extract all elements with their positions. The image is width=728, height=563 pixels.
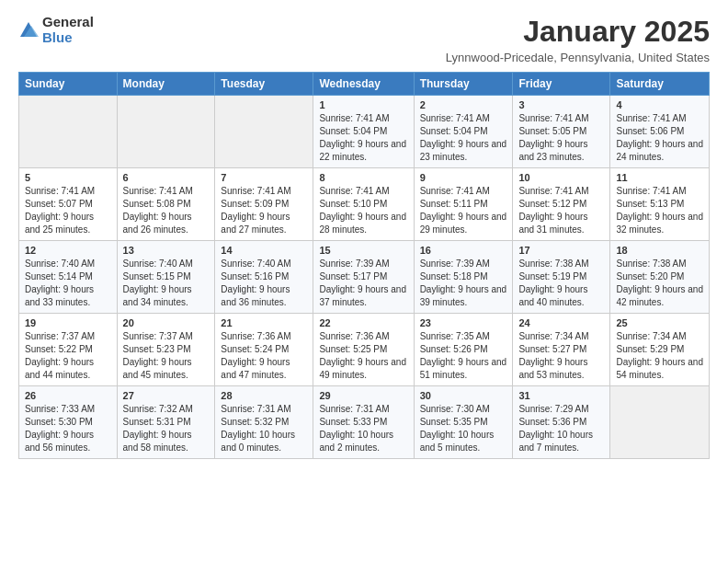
day-number: 8 <box>319 172 407 183</box>
day-number: 28 <box>221 390 307 401</box>
day-info: Sunrise: 7:29 AM Sunset: 5:36 PM Dayligh… <box>518 403 604 454</box>
day-info: Sunrise: 7:39 AM Sunset: 5:18 PM Dayligh… <box>420 258 507 309</box>
day-number: 29 <box>319 390 407 401</box>
day-cell: 10Sunrise: 7:41 AM Sunset: 5:12 PM Dayli… <box>513 168 610 241</box>
day-number: 25 <box>616 317 703 328</box>
day-cell: 24Sunrise: 7:34 AM Sunset: 5:27 PM Dayli… <box>513 314 610 386</box>
day-header-sunday: Sunday <box>19 73 118 96</box>
day-number: 10 <box>518 172 604 183</box>
day-number: 15 <box>319 245 407 256</box>
day-cell: 7Sunrise: 7:41 AM Sunset: 5:09 PM Daylig… <box>215 168 313 241</box>
day-info: Sunrise: 7:41 AM Sunset: 5:07 PM Dayligh… <box>25 185 111 236</box>
day-cell: 13Sunrise: 7:40 AM Sunset: 5:15 PM Dayli… <box>117 241 215 314</box>
day-info: Sunrise: 7:37 AM Sunset: 5:22 PM Dayligh… <box>25 330 111 382</box>
day-cell: 28Sunrise: 7:31 AM Sunset: 5:32 PM Dayli… <box>215 386 313 459</box>
day-cell: 20Sunrise: 7:37 AM Sunset: 5:23 PM Dayli… <box>117 314 215 386</box>
day-cell: 1Sunrise: 7:41 AM Sunset: 5:04 PM Daylig… <box>313 96 414 168</box>
day-cell: 18Sunrise: 7:38 AM Sunset: 5:20 PM Dayli… <box>610 241 710 314</box>
day-cell: 14Sunrise: 7:40 AM Sunset: 5:16 PM Dayli… <box>215 241 313 314</box>
logo-blue: Blue <box>42 30 94 46</box>
day-info: Sunrise: 7:38 AM Sunset: 5:20 PM Dayligh… <box>616 258 703 309</box>
day-number: 26 <box>25 390 111 401</box>
week-row-3: 12Sunrise: 7:40 AM Sunset: 5:14 PM Dayli… <box>19 241 710 314</box>
day-number: 13 <box>123 245 210 256</box>
day-number: 30 <box>420 390 507 401</box>
day-cell: 2Sunrise: 7:41 AM Sunset: 5:04 PM Daylig… <box>414 96 513 168</box>
day-header-wednesday: Wednesday <box>313 73 414 96</box>
day-info: Sunrise: 7:31 AM Sunset: 5:33 PM Dayligh… <box>319 403 407 454</box>
day-info: Sunrise: 7:37 AM Sunset: 5:23 PM Dayligh… <box>123 330 210 382</box>
week-row-4: 19Sunrise: 7:37 AM Sunset: 5:22 PM Dayli… <box>19 314 710 386</box>
day-number: 3 <box>518 99 604 110</box>
day-cell: 15Sunrise: 7:39 AM Sunset: 5:17 PM Dayli… <box>313 241 414 314</box>
logo-general: General <box>42 15 94 30</box>
day-number: 16 <box>420 245 507 256</box>
day-number: 18 <box>616 245 703 256</box>
day-cell: 30Sunrise: 7:30 AM Sunset: 5:35 PM Dayli… <box>414 386 513 459</box>
day-info: Sunrise: 7:40 AM Sunset: 5:16 PM Dayligh… <box>221 258 307 309</box>
day-cell: 5Sunrise: 7:41 AM Sunset: 5:07 PM Daylig… <box>19 168 118 241</box>
day-info: Sunrise: 7:38 AM Sunset: 5:19 PM Dayligh… <box>518 258 604 309</box>
day-cell: 31Sunrise: 7:29 AM Sunset: 5:36 PM Dayli… <box>513 386 610 459</box>
day-info: Sunrise: 7:41 AM Sunset: 5:13 PM Dayligh… <box>616 185 703 236</box>
day-number: 11 <box>616 172 703 183</box>
day-info: Sunrise: 7:41 AM Sunset: 5:06 PM Dayligh… <box>616 112 703 164</box>
logo-icon <box>18 20 39 40</box>
day-cell: 22Sunrise: 7:36 AM Sunset: 5:25 PM Dayli… <box>313 314 414 386</box>
day-number: 1 <box>319 99 407 110</box>
day-cell: 6Sunrise: 7:41 AM Sunset: 5:08 PM Daylig… <box>117 168 215 241</box>
day-info: Sunrise: 7:41 AM Sunset: 5:05 PM Dayligh… <box>518 112 604 164</box>
day-info: Sunrise: 7:41 AM Sunset: 5:04 PM Dayligh… <box>319 112 407 164</box>
location: Lynnwood-Pricedale, Pennsylvania, United… <box>446 51 710 64</box>
day-info: Sunrise: 7:40 AM Sunset: 5:15 PM Dayligh… <box>123 258 210 309</box>
day-cell: 27Sunrise: 7:32 AM Sunset: 5:31 PM Dayli… <box>117 386 215 459</box>
day-info: Sunrise: 7:34 AM Sunset: 5:27 PM Dayligh… <box>518 330 604 382</box>
day-cell: 29Sunrise: 7:31 AM Sunset: 5:33 PM Dayli… <box>313 386 414 459</box>
day-cell: 16Sunrise: 7:39 AM Sunset: 5:18 PM Dayli… <box>414 241 513 314</box>
day-info: Sunrise: 7:41 AM Sunset: 5:10 PM Dayligh… <box>319 185 407 236</box>
day-header-tuesday: Tuesday <box>215 73 313 96</box>
day-cell: 12Sunrise: 7:40 AM Sunset: 5:14 PM Dayli… <box>19 241 118 314</box>
day-number: 9 <box>420 172 507 183</box>
week-row-2: 5Sunrise: 7:41 AM Sunset: 5:07 PM Daylig… <box>19 168 710 241</box>
day-info: Sunrise: 7:41 AM Sunset: 5:04 PM Dayligh… <box>420 112 507 164</box>
day-number: 31 <box>518 390 604 401</box>
day-cell: 17Sunrise: 7:38 AM Sunset: 5:19 PM Dayli… <box>513 241 610 314</box>
day-cell: 26Sunrise: 7:33 AM Sunset: 5:30 PM Dayli… <box>19 386 118 459</box>
day-header-monday: Monday <box>117 73 215 96</box>
day-info: Sunrise: 7:41 AM Sunset: 5:08 PM Dayligh… <box>123 185 210 236</box>
day-number: 21 <box>221 317 307 328</box>
day-number: 17 <box>518 245 604 256</box>
day-info: Sunrise: 7:33 AM Sunset: 5:30 PM Dayligh… <box>25 403 111 454</box>
day-number: 2 <box>420 99 507 110</box>
day-info: Sunrise: 7:36 AM Sunset: 5:24 PM Dayligh… <box>221 330 307 382</box>
day-number: 12 <box>25 245 111 256</box>
days-header-row: SundayMondayTuesdayWednesdayThursdayFrid… <box>19 73 710 96</box>
day-info: Sunrise: 7:40 AM Sunset: 5:14 PM Dayligh… <box>25 258 111 309</box>
day-number: 23 <box>420 317 507 328</box>
day-cell <box>215 96 313 168</box>
day-cell: 8Sunrise: 7:41 AM Sunset: 5:10 PM Daylig… <box>313 168 414 241</box>
day-info: Sunrise: 7:41 AM Sunset: 5:11 PM Dayligh… <box>420 185 507 236</box>
logo: General Blue <box>18 15 94 45</box>
calendar-table: SundayMondayTuesdayWednesdayThursdayFrid… <box>18 72 710 459</box>
day-cell: 9Sunrise: 7:41 AM Sunset: 5:11 PM Daylig… <box>414 168 513 241</box>
day-info: Sunrise: 7:41 AM Sunset: 5:12 PM Dayligh… <box>518 185 604 236</box>
day-number: 24 <box>518 317 604 328</box>
week-row-1: 1Sunrise: 7:41 AM Sunset: 5:04 PM Daylig… <box>19 96 710 168</box>
day-number: 14 <box>221 245 307 256</box>
day-info: Sunrise: 7:31 AM Sunset: 5:32 PM Dayligh… <box>221 403 307 454</box>
day-info: Sunrise: 7:34 AM Sunset: 5:29 PM Dayligh… <box>616 330 703 382</box>
day-info: Sunrise: 7:39 AM Sunset: 5:17 PM Dayligh… <box>319 258 407 309</box>
day-cell: 25Sunrise: 7:34 AM Sunset: 5:29 PM Dayli… <box>610 314 710 386</box>
day-info: Sunrise: 7:36 AM Sunset: 5:25 PM Dayligh… <box>319 330 407 382</box>
day-info: Sunrise: 7:30 AM Sunset: 5:35 PM Dayligh… <box>420 403 507 454</box>
day-number: 7 <box>221 172 307 183</box>
day-header-saturday: Saturday <box>610 73 710 96</box>
page-header: General Blue January 2025 Lynnwood-Price… <box>18 15 710 64</box>
month-title: January 2025 <box>446 15 710 49</box>
day-info: Sunrise: 7:32 AM Sunset: 5:31 PM Dayligh… <box>123 403 210 454</box>
day-number: 5 <box>25 172 111 183</box>
day-cell: 3Sunrise: 7:41 AM Sunset: 5:05 PM Daylig… <box>513 96 610 168</box>
day-number: 20 <box>123 317 210 328</box>
